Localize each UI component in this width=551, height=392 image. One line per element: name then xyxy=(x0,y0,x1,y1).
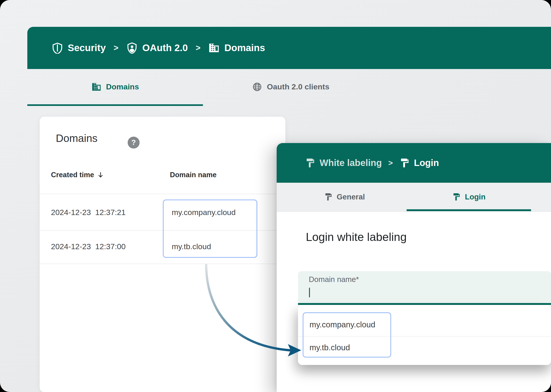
breadcrumb-label: Login xyxy=(414,158,439,168)
globe-icon xyxy=(252,82,262,92)
domain-building-icon xyxy=(208,42,220,54)
paint-roller-icon xyxy=(305,158,315,168)
tab-label: Oauth 2.0 clients xyxy=(267,82,329,91)
chevron-right-icon: > xyxy=(388,158,393,167)
overlay-breadcrumb: White labeling > Login xyxy=(277,143,551,183)
domain-column-highlight-box xyxy=(163,199,257,258)
chevron-right-icon: > xyxy=(196,43,200,53)
tab-login[interactable]: Login xyxy=(406,183,531,211)
tab-label: General xyxy=(337,193,365,201)
breadcrumb-item-white-labeling[interactable]: White labeling xyxy=(305,158,382,168)
breadcrumb-item-oauth[interactable]: OAuth 2.0 xyxy=(126,42,188,54)
shield-icon xyxy=(52,42,63,54)
tab-oauth-clients[interactable]: Oauth 2.0 clients xyxy=(203,69,379,106)
domain-autocomplete-dropdown: my.company.cloud my.tb.cloud xyxy=(298,305,551,365)
overlay-tab-bar: General Login xyxy=(277,183,551,212)
domains-card: Domains ? Created time Domain name 2024-… xyxy=(40,117,285,392)
domain-building-icon xyxy=(91,82,102,92)
main-tab-bar: Domains Oauth 2.0 clients xyxy=(27,69,379,106)
help-icon[interactable]: ? xyxy=(128,137,140,148)
breadcrumb-item-security[interactable]: Security xyxy=(52,42,106,54)
app-window: Security > OAuth 2.0 > Domains xyxy=(0,0,551,392)
table-cell-created[interactable]: 2024-12-23 12:37:21 xyxy=(51,208,126,217)
tab-label: Domains xyxy=(106,82,139,91)
column-header-domain-name[interactable]: Domain name xyxy=(170,171,217,179)
table-row-divider xyxy=(40,264,285,264)
sort-arrow-down-icon xyxy=(97,171,104,179)
card-title: Domains xyxy=(56,132,98,144)
breadcrumb-label: Domains xyxy=(224,42,265,53)
tab-general[interactable]: General xyxy=(282,183,406,211)
tab-label: Login xyxy=(465,193,486,201)
breadcrumb-label: White labeling xyxy=(319,158,382,168)
table-cell-created[interactable]: 2024-12-23 12:37:00 xyxy=(51,242,126,251)
page-title: Login white labeling xyxy=(306,230,406,244)
breadcrumb-label: Security xyxy=(68,42,106,53)
breadcrumb-item-domains[interactable]: Domains xyxy=(208,42,265,54)
paint-roller-icon xyxy=(399,158,410,168)
column-header-created-time[interactable]: Created time xyxy=(51,171,104,179)
chevron-right-icon: > xyxy=(114,43,118,53)
main-breadcrumb-bar: Security > OAuth 2.0 > Domains xyxy=(27,27,551,69)
overlay-breadcrumb-bar: White labeling > Login xyxy=(277,143,551,183)
column-header-label: Created time xyxy=(51,171,94,179)
paint-roller-icon xyxy=(324,193,333,201)
domain-name-field[interactable]: Domain name* xyxy=(298,271,551,305)
tab-domains[interactable]: Domains xyxy=(27,69,203,106)
dropdown-options-highlight-box xyxy=(303,312,391,358)
breadcrumb-item-login[interactable]: Login xyxy=(399,158,439,168)
column-header-label: Domain name xyxy=(170,171,217,179)
text-cursor xyxy=(309,288,310,297)
table-header-divider xyxy=(40,194,285,194)
breadcrumb: Security > OAuth 2.0 > Domains xyxy=(27,27,551,69)
breadcrumb-label: OAuth 2.0 xyxy=(142,42,188,53)
paint-roller-icon xyxy=(452,193,461,201)
field-label: Domain name* xyxy=(309,275,359,284)
user-shield-icon xyxy=(126,42,138,54)
white-labeling-panel: White labeling > Login General xyxy=(277,143,551,392)
